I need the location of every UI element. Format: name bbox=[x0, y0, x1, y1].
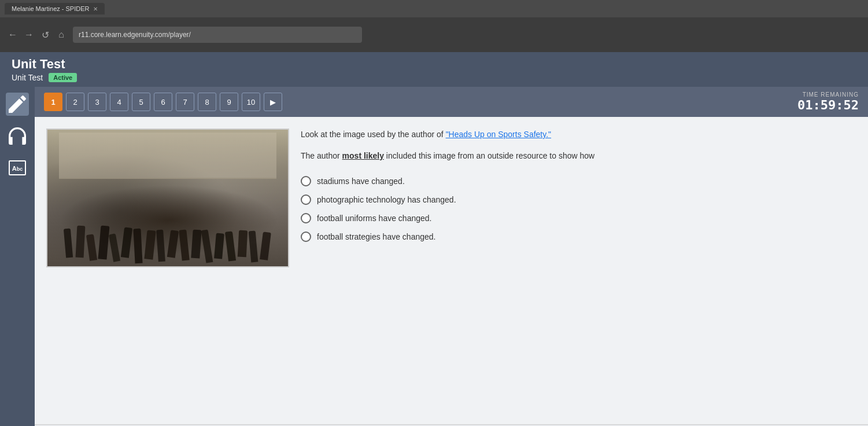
question-image bbox=[46, 128, 289, 267]
home-button[interactable]: ⌂ bbox=[54, 28, 68, 42]
emphasis-text: most likely bbox=[342, 151, 384, 160]
article-link[interactable]: "Heads Up on Sports Safety." bbox=[446, 130, 551, 139]
nav-buttons: ← → ↺ ⌂ bbox=[6, 28, 68, 42]
browser-tab[interactable]: Melanie Martinez - SPIDER ✕ bbox=[5, 3, 105, 14]
tab-close-icon[interactable]: ✕ bbox=[93, 6, 98, 12]
option-c-label: football uniforms have changed. bbox=[317, 214, 431, 223]
stadium-background bbox=[59, 133, 276, 179]
browser-chrome: ← → ↺ ⌂ r11.core.learn.edgenuity.com/pla… bbox=[0, 17, 868, 52]
pencil-icon bbox=[6, 93, 29, 116]
option-d-label: football strategies have changed. bbox=[317, 232, 435, 241]
reload-button[interactable]: ↺ bbox=[38, 28, 52, 42]
question-btn-2[interactable]: 2 bbox=[66, 93, 84, 111]
sidebar: Abc bbox=[0, 87, 35, 426]
question-btn-8[interactable]: 8 bbox=[198, 93, 216, 111]
back-button[interactable]: ← bbox=[6, 28, 20, 42]
subtitle-text: Unit Test bbox=[12, 73, 43, 82]
sidebar-audio[interactable] bbox=[6, 124, 29, 148]
question-intro-text: Look at the image used by the author of bbox=[301, 130, 446, 139]
question-btn-10[interactable]: 10 bbox=[242, 93, 260, 111]
play-button[interactable]: ▶ bbox=[264, 93, 282, 111]
tab-title: Melanie Martinez - SPIDER bbox=[12, 5, 90, 12]
question-content: Look at the image used by the author of … bbox=[35, 117, 868, 424]
radio-d[interactable] bbox=[301, 232, 311, 242]
app-container: Unit Test Unit Test Active Abc bbox=[0, 52, 868, 426]
question-btn-5[interactable]: 5 bbox=[132, 93, 150, 111]
forward-button[interactable]: → bbox=[22, 28, 36, 42]
sidebar-pencil[interactable] bbox=[6, 93, 29, 116]
app-header: Unit Test Unit Test Active bbox=[0, 52, 868, 87]
option-a-label: stadiums have changed. bbox=[317, 177, 405, 186]
time-label: TIME REMAINING bbox=[797, 91, 859, 98]
option-a[interactable]: stadiums have changed. bbox=[301, 176, 856, 186]
question-intro: Look at the image used by the author of … bbox=[301, 128, 856, 141]
option-c[interactable]: football uniforms have changed. bbox=[301, 213, 856, 223]
sidebar-text[interactable]: Abc bbox=[6, 156, 29, 179]
question-btn-9[interactable]: 9 bbox=[220, 93, 238, 111]
tab-bar: Melanie Martinez - SPIDER ✕ bbox=[0, 0, 868, 17]
question-btn-6[interactable]: 6 bbox=[154, 93, 172, 111]
status-badge: Active bbox=[49, 73, 77, 82]
headphone-icon bbox=[6, 124, 29, 148]
question-btn-7[interactable]: 7 bbox=[176, 93, 194, 111]
question-btn-1[interactable]: 1 bbox=[44, 93, 62, 111]
url-text: r11.core.learn.edgenuity.com/player/ bbox=[79, 31, 191, 39]
time-remaining: TIME REMAINING 01:59:52 bbox=[797, 91, 859, 112]
address-bar[interactable]: r11.core.learn.edgenuity.com/player/ bbox=[73, 27, 362, 43]
radio-b[interactable] bbox=[301, 194, 311, 205]
header-subtitle: Unit Test Active bbox=[12, 73, 77, 82]
time-value: 01:59:52 bbox=[797, 98, 859, 112]
option-b-label: photographic technology has changed. bbox=[317, 195, 456, 204]
question-nav: 1 2 3 4 5 6 7 8 9 10 ▶ TIME REMAINING 01… bbox=[35, 87, 868, 117]
abc-label: Abc bbox=[12, 165, 23, 172]
question-btn-4[interactable]: 4 bbox=[110, 93, 128, 111]
app-title: Unit Test bbox=[12, 57, 77, 72]
question-btn-3[interactable]: 3 bbox=[88, 93, 106, 111]
text-section: Look at the image used by the author of … bbox=[301, 128, 856, 413]
question-body: The author most likely included this ima… bbox=[301, 150, 856, 162]
radio-a[interactable] bbox=[301, 176, 311, 186]
image-section bbox=[46, 128, 289, 413]
options-list: stadiums have changed. photographic tech… bbox=[301, 176, 856, 242]
content-area: Abc 1 2 3 4 5 6 7 8 9 10 ▶ TIME REMAININ… bbox=[0, 87, 868, 426]
option-b[interactable]: photographic technology has changed. bbox=[301, 194, 856, 205]
radio-c[interactable] bbox=[301, 213, 311, 223]
option-d[interactable]: football strategies have changed. bbox=[301, 232, 856, 242]
main-panel: 1 2 3 4 5 6 7 8 9 10 ▶ TIME REMAINING 01… bbox=[35, 87, 868, 426]
